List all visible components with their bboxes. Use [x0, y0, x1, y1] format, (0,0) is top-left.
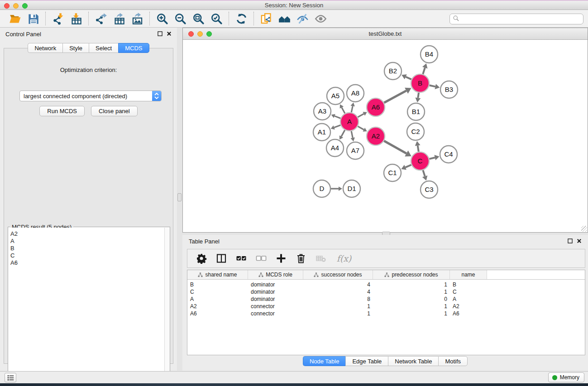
network-canvas[interactable]: B4B2BB3A8A5A6A3B1AC2A1A2A4A7C4CC1C3DD1	[183, 40, 588, 232]
close-panel-icon[interactable]	[167, 31, 172, 38]
edge-B-B4[interactable]	[423, 68, 425, 74]
edge-B-B2[interactable]	[406, 77, 411, 80]
cell-shared-name[interactable]: A6	[187, 310, 248, 317]
column-header-name[interactable]: name	[450, 270, 487, 279]
column-header-MCDS-role[interactable]: MCDS role	[248, 270, 303, 279]
cell-successor-nodes[interactable]: 1	[303, 303, 373, 310]
export-table-button[interactable]	[112, 11, 126, 26]
table-row[interactable]: A2connector11A2	[187, 303, 585, 310]
result-list-item[interactable]: A6	[10, 259, 165, 267]
cell-name[interactable]: A2	[450, 303, 487, 310]
cell-name[interactable]: A	[450, 296, 487, 302]
column-header-successor-nodes[interactable]: successor nodes	[303, 270, 373, 279]
edge-A-A1[interactable]	[334, 125, 340, 127]
zoom-selected-button[interactable]	[209, 11, 224, 26]
edge-B-B1[interactable]	[418, 93, 419, 98]
cell-predecessor-nodes[interactable]: 1	[373, 289, 450, 295]
add-column-button[interactable]	[274, 252, 288, 265]
cell-predecessor-nodes[interactable]: 1	[373, 310, 450, 317]
cell-shared-name[interactable]: A	[187, 296, 248, 302]
first-neighbors-button[interactable]	[277, 11, 292, 26]
result-list-item[interactable]: C	[10, 252, 165, 259]
cell-successor-nodes[interactable]: 4	[303, 289, 373, 295]
cell-MCDS-role[interactable]: connector	[248, 310, 303, 317]
edge-C-C1[interactable]	[406, 165, 411, 167]
network-close-button[interactable]	[188, 31, 194, 37]
tab-network-table[interactable]: Network Table	[388, 356, 438, 366]
settings-gear-button[interactable]	[195, 252, 208, 265]
table-row[interactable]: A6connector11A6	[187, 310, 585, 317]
cell-predecessor-nodes[interactable]: 0	[373, 296, 450, 302]
edge-C-C2[interactable]	[418, 146, 419, 152]
cell-successor-nodes[interactable]: 4	[303, 281, 373, 288]
cell-MCDS-role[interactable]: dominator	[248, 289, 303, 295]
refresh-layout-button[interactable]	[234, 11, 249, 26]
edge-A-A3[interactable]	[335, 116, 340, 118]
task-history-button[interactable]	[5, 373, 16, 382]
cell-shared-name[interactable]: A2	[187, 303, 248, 310]
toggle-panel-button[interactable]	[215, 252, 228, 265]
edge-A-A2[interactable]	[358, 126, 363, 129]
zoom-fit-button[interactable]	[191, 11, 206, 26]
cell-MCDS-role[interactable]: dominator	[248, 296, 303, 302]
tab-mcds[interactable]: MCDS	[118, 43, 149, 53]
cell-successor-nodes[interactable]: 8	[303, 296, 373, 302]
edge-A-A5[interactable]	[342, 107, 345, 113]
tab-select[interactable]: Select	[89, 43, 118, 53]
result-list-item[interactable]: A	[10, 238, 165, 245]
cell-predecessor-nodes[interactable]: 1	[373, 281, 450, 288]
network-zoom-button[interactable]	[206, 31, 212, 37]
float-panel-icon[interactable]	[158, 31, 163, 38]
select-all-button[interactable]	[234, 252, 248, 265]
hide-selected-button[interactable]	[295, 11, 310, 26]
tab-node-table[interactable]: Node Table	[303, 356, 346, 366]
save-session-button[interactable]	[26, 11, 40, 26]
close-window-button[interactable]	[4, 3, 10, 9]
edge-A6-B[interactable]	[384, 91, 406, 103]
tab-style[interactable]: Style	[62, 43, 89, 53]
edge-B-B3[interactable]	[430, 85, 435, 86]
close-panel-button[interactable]: Close panel	[91, 106, 138, 116]
deselect-all-button[interactable]	[254, 252, 268, 265]
column-header-predecessor-nodes[interactable]: predecessor nodes	[373, 270, 450, 279]
show-all-button[interactable]	[313, 11, 328, 26]
criterion-dropdown[interactable]: largest connected component (directed)	[19, 91, 162, 101]
edge-A-A7[interactable]	[351, 131, 353, 138]
edge-A2-C[interactable]	[384, 141, 406, 153]
export-image-button[interactable]	[130, 11, 144, 26]
open-session-button[interactable]	[8, 11, 22, 26]
cell-name[interactable]: B	[450, 281, 487, 288]
cell-MCDS-role[interactable]: dominator	[248, 281, 303, 288]
zoom-out-button[interactable]	[173, 11, 187, 26]
cell-predecessor-nodes[interactable]: 1	[373, 303, 450, 310]
import-network-button[interactable]	[51, 11, 65, 26]
table-row[interactable]: Cdominator41C	[187, 288, 585, 295]
tab-network[interactable]: Network	[28, 43, 62, 53]
run-mcds-button[interactable]: Run MCDS	[39, 106, 85, 116]
delete-column-button[interactable]	[294, 252, 308, 265]
network-graph[interactable]: B4B2BB3A8A5A6A3B1AC2A1A2A4A7C4CC1C3DD1	[183, 40, 588, 232]
memory-button[interactable]: Memory	[548, 372, 584, 382]
result-list-item[interactable]: A2	[10, 230, 165, 238]
edge-A-A4[interactable]	[341, 130, 345, 136]
minimize-window-button[interactable]	[13, 3, 19, 9]
result-list-item[interactable]: B	[10, 245, 165, 252]
edge-C-C4[interactable]	[429, 157, 435, 159]
export-network-button[interactable]	[94, 11, 108, 26]
cell-name[interactable]: A6	[450, 310, 487, 317]
vertical-splitter-handle[interactable]	[177, 193, 182, 201]
column-header-shared-name[interactable]: shared name	[187, 270, 248, 279]
import-table-button[interactable]	[69, 11, 83, 26]
edge-A-A6[interactable]	[358, 114, 363, 117]
edge-C-C3[interactable]	[423, 170, 425, 176]
duplicate-network-button[interactable]	[259, 11, 273, 26]
search-input[interactable]	[459, 16, 580, 22]
cell-shared-name[interactable]: B	[187, 281, 248, 288]
cell-successor-nodes[interactable]: 1	[303, 310, 373, 317]
edge-A-A8[interactable]	[351, 106, 353, 112]
search-field[interactable]	[449, 14, 583, 24]
result-list-scrollbar[interactable]	[164, 228, 170, 379]
table-row[interactable]: Adominator80A	[187, 295, 585, 303]
zoom-window-button[interactable]	[22, 3, 28, 9]
cell-name[interactable]: C	[450, 289, 487, 295]
